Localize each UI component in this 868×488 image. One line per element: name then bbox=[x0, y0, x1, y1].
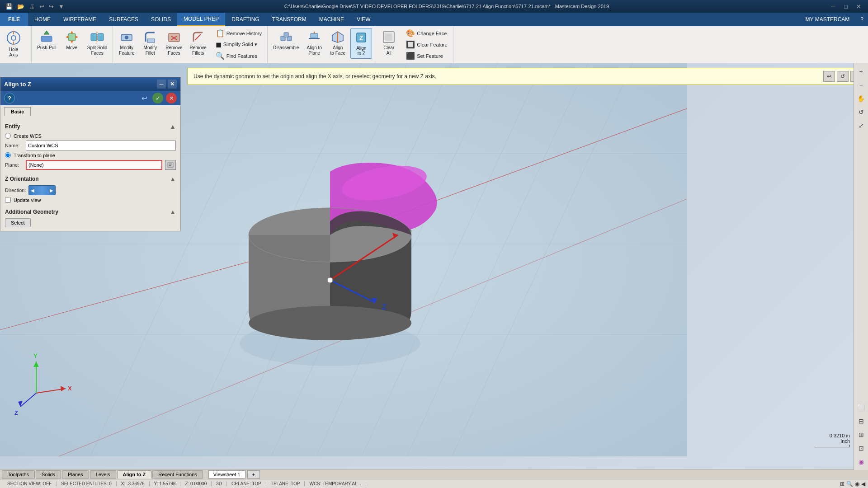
menu-drafting[interactable]: DRAFTING bbox=[225, 13, 265, 26]
redo-icon[interactable]: ↪ bbox=[47, 2, 56, 11]
remove-history-button[interactable]: 📋 Remove History bbox=[213, 28, 264, 38]
svg-rect-25 bbox=[311, 33, 318, 38]
rt-view3-button[interactable]: ⊞ bbox=[855, 428, 868, 441]
rt-fit-button[interactable]: ⤢ bbox=[855, 119, 868, 132]
tab-planes[interactable]: Planes bbox=[62, 470, 89, 479]
menu-surfaces[interactable]: SURFACES bbox=[103, 13, 145, 26]
menu-transform[interactable]: TRANSFORM bbox=[266, 13, 313, 26]
modify-fillet-button[interactable]: Modify Fillet bbox=[139, 28, 161, 58]
remove-fillets-icon bbox=[191, 30, 205, 44]
maximize-button[interactable]: □ bbox=[840, 1, 852, 11]
transform-to-plane-radio[interactable] bbox=[5, 152, 11, 158]
status-x-coord: X: -3.36976 bbox=[117, 481, 150, 486]
minimize-button[interactable]: ─ bbox=[827, 1, 839, 11]
close-button[interactable]: ✕ bbox=[853, 1, 864, 11]
print-icon[interactable]: 🖨 bbox=[27, 2, 37, 11]
hole-axis-button[interactable]: Hole Axis bbox=[3, 28, 24, 60]
align-to-z-button[interactable]: Z Align to Z bbox=[350, 28, 372, 59]
direction-row: Direction: bbox=[5, 185, 176, 195]
tab-recent-functions[interactable]: Recent Functions bbox=[152, 470, 203, 479]
align-refresh-button[interactable]: ↺ bbox=[837, 71, 849, 82]
menu-file[interactable]: FILE bbox=[0, 13, 28, 26]
push-pull-button[interactable]: Push-Pull bbox=[34, 28, 59, 52]
change-face-button[interactable]: 🎨 Change Face bbox=[403, 28, 450, 38]
quick-access-toolbar[interactable]: 💾 📂 🖨 ↩ ↪ ▼ bbox=[4, 2, 66, 11]
update-view-checkbox[interactable] bbox=[5, 197, 11, 203]
viewsheet-add-button[interactable]: + bbox=[247, 470, 260, 479]
find-features-button[interactable]: 🔍 Find Features bbox=[213, 51, 264, 61]
save-icon[interactable]: 💾 bbox=[4, 2, 14, 11]
menu-help[interactable]: ? bbox=[856, 13, 868, 26]
remove-fillets-button[interactable]: Remove Fillets bbox=[187, 28, 209, 58]
move-button[interactable]: Move bbox=[61, 28, 83, 52]
viewsheet-1-tab[interactable]: Viewsheet 1 bbox=[208, 470, 245, 479]
status-display-icon[interactable]: ◉ bbox=[855, 481, 859, 487]
panel-cancel-icon[interactable]: ✕ bbox=[166, 93, 177, 103]
simplify-solid-button[interactable]: ◼ Simplify Solid ▾ bbox=[213, 39, 264, 50]
menu-my-mastercam[interactable]: MY MASTERCAM bbox=[799, 13, 856, 26]
svg-rect-23 bbox=[284, 33, 288, 37]
panel-undo-icon[interactable]: ↩ bbox=[139, 93, 150, 103]
tab-align-to-z[interactable]: Align to Z bbox=[117, 470, 152, 479]
menu-model-prep[interactable]: MODEL PREP bbox=[177, 13, 225, 26]
entity-label: Entity bbox=[5, 123, 20, 130]
rt-view4-button[interactable]: ⊡ bbox=[855, 442, 868, 455]
rt-zoom-in-button[interactable]: + bbox=[855, 65, 868, 78]
rt-view1-button[interactable]: ⬜ bbox=[855, 401, 868, 414]
menu-view[interactable]: VIEW bbox=[350, 13, 377, 26]
svg-text:Z: Z bbox=[382, 303, 387, 311]
align-undo-button[interactable]: ↩ bbox=[823, 71, 835, 82]
status-expand-icon[interactable]: ◀ bbox=[861, 481, 865, 487]
status-icons[interactable]: ⊞ 🔍 ◉ ◀ bbox=[840, 481, 865, 487]
disassemble-button[interactable]: Disassemble bbox=[270, 28, 302, 52]
status-zoom-icon[interactable]: 🔍 bbox=[846, 481, 853, 487]
remove-faces-button[interactable]: Remove Faces bbox=[163, 28, 185, 58]
clear-feature-button[interactable]: 🔲 Clear Feature bbox=[403, 39, 450, 50]
tab-toolpaths[interactable]: Toolpaths bbox=[2, 470, 35, 479]
panel-controls[interactable]: ─ ✕ bbox=[157, 80, 177, 89]
align-to-plane-button[interactable]: Align to Plane bbox=[303, 28, 325, 58]
plane-input[interactable] bbox=[26, 160, 162, 170]
direction-arrow-button[interactable] bbox=[28, 185, 56, 195]
modify-feature-button[interactable]: Modify Feature bbox=[116, 28, 137, 58]
undo-icon[interactable]: ↩ bbox=[38, 2, 46, 11]
menu-machine[interactable]: MACHINE bbox=[313, 13, 350, 26]
rt-view2-button[interactable]: ⊟ bbox=[855, 415, 868, 427]
panel-tab-basic[interactable]: Basic bbox=[4, 107, 31, 116]
set-feature-button[interactable]: ⬛ Set Feature bbox=[403, 51, 450, 61]
transform-to-plane-row: Transform to plane bbox=[5, 152, 176, 158]
split-solid-faces-icon bbox=[90, 30, 104, 44]
align-to-face-button[interactable]: Align to Face bbox=[327, 28, 349, 58]
window-controls[interactable]: ─ □ ✕ bbox=[827, 1, 864, 11]
rt-rotate-button[interactable]: ↺ bbox=[855, 106, 868, 118]
rt-palette-button[interactable]: ◉ bbox=[855, 455, 868, 468]
name-input[interactable] bbox=[26, 141, 176, 150]
split-solid-faces-button[interactable]: Split Solid Faces bbox=[85, 28, 110, 58]
menu-solids[interactable]: SOLIDS bbox=[145, 13, 177, 26]
tab-levels[interactable]: Levels bbox=[90, 470, 116, 479]
panel-ok-icon[interactable]: ✓ bbox=[152, 93, 163, 103]
additional-geometry-collapse-icon[interactable]: ▲ bbox=[170, 208, 176, 216]
menu-wireframe[interactable]: WIREFRAME bbox=[57, 13, 103, 26]
plane-browse-icon bbox=[167, 162, 174, 168]
panel-close-icon[interactable]: ✕ bbox=[168, 80, 177, 89]
plane-browse-button[interactable] bbox=[165, 160, 176, 170]
rt-pan-button[interactable]: ✋ bbox=[855, 92, 868, 105]
panel-help-icon[interactable]: ? bbox=[4, 93, 15, 103]
select-button[interactable]: Select bbox=[5, 218, 31, 227]
tab-solids[interactable]: Solids bbox=[36, 470, 61, 479]
create-wcs-radio[interactable] bbox=[5, 133, 11, 139]
plane-row: Plane: bbox=[5, 160, 176, 170]
entity-collapse-icon[interactable]: ▲ bbox=[170, 123, 176, 130]
additional-geometry-section-header: Additional Geometry ▲ bbox=[5, 208, 176, 216]
open-icon[interactable]: 📂 bbox=[15, 2, 26, 11]
customize-icon[interactable]: ▼ bbox=[57, 2, 66, 11]
change-face-label: Change Face bbox=[417, 31, 447, 36]
clear-all-button[interactable]: Clear All bbox=[378, 28, 400, 58]
menu-home[interactable]: HOME bbox=[28, 13, 57, 26]
status-mode: 3D bbox=[212, 481, 227, 486]
panel-minimize-icon[interactable]: ─ bbox=[157, 80, 166, 89]
status-grid-icon[interactable]: ⊞ bbox=[840, 481, 844, 487]
rt-zoom-out-button[interactable]: − bbox=[855, 79, 868, 91]
z-orientation-collapse-icon[interactable]: ▲ bbox=[170, 175, 176, 183]
